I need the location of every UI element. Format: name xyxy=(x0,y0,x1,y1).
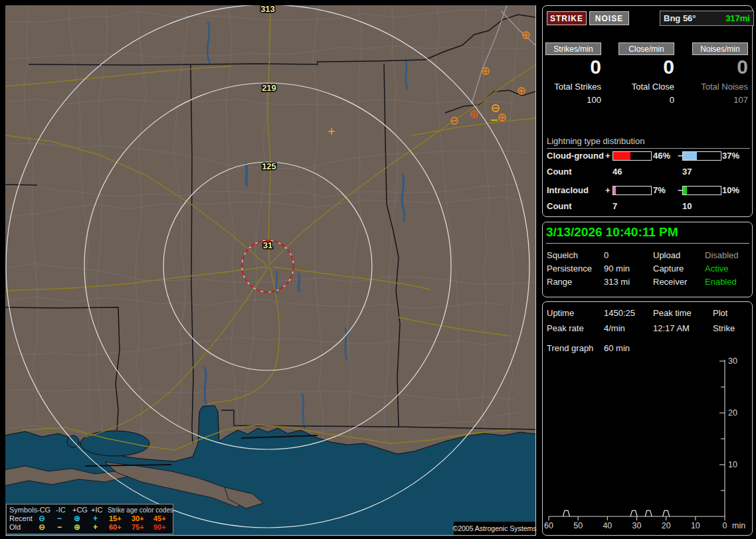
svg-text:10: 10 xyxy=(728,460,737,469)
minus-old-icon: − xyxy=(57,522,62,532)
squelch-value: 0 xyxy=(604,250,609,260)
legend-symbols-header: Symbols xyxy=(9,506,37,514)
legend-col-neg-ic: -IC xyxy=(56,506,66,514)
bearing-readout: Bng 56° 317mi xyxy=(660,11,754,26)
cloud-ground-count-row: Count 46 37 xyxy=(543,167,752,177)
cg-positive-count: 46 xyxy=(613,167,622,177)
intracloud-row: Intracloud + 7% − 10% xyxy=(543,185,752,196)
map-canvas[interactable]: 313 219 125 31 xyxy=(5,5,535,535)
svg-text:min: min xyxy=(732,521,745,530)
svg-text:30: 30 xyxy=(728,356,737,366)
ic-positive-bar-fill xyxy=(613,187,616,194)
receiver-value: Enabled xyxy=(705,277,737,287)
cg-negative-bar-fill xyxy=(683,152,697,160)
noises-per-min-value: 0 xyxy=(692,56,748,78)
ic-positive-count: 7 xyxy=(613,201,617,211)
bearing-label: Bng 56° xyxy=(664,13,696,23)
strike-mode-button[interactable]: STRIKE xyxy=(547,11,587,25)
cloud-ground-row: Cloud-ground + 46% − 37% xyxy=(543,151,752,161)
app-window: 313 219 125 31 Symbols -CG -IC +CG +IC S… xyxy=(0,0,756,539)
ring-label-313: 313 xyxy=(260,5,275,14)
legend-row-old-label: Old xyxy=(9,523,21,531)
peak-rate-label: Peak rate xyxy=(547,323,584,333)
circle-minus-old-icon: ⊖ xyxy=(39,522,45,532)
close-per-min-value: 0 xyxy=(618,56,674,78)
svg-text:60: 60 xyxy=(544,521,553,530)
counter-noises: Noises/min 0 Total Noises 107 xyxy=(692,42,748,105)
map-legend: Symbols -CG -IC +CG +IC Strike age color… xyxy=(6,504,173,534)
age-90: 90+ xyxy=(153,523,166,531)
legend-col-pos-cg: +CG xyxy=(72,506,88,514)
ic-negative-bar-fill xyxy=(683,187,687,194)
counter-strikes: Strikes/min 0 Total Strikes 100 xyxy=(545,42,601,105)
squelch-label: Squelch xyxy=(547,250,578,260)
trend-chart: 1020306050403020100min xyxy=(544,356,750,534)
count-label: Count xyxy=(547,167,572,177)
uptime-row: Uptime 1450:25 Peak time Plot xyxy=(543,308,752,319)
capture-label: Capture xyxy=(653,264,684,273)
svg-text:20: 20 xyxy=(662,521,671,530)
minus-recent-icon: − xyxy=(57,514,62,523)
distribution-header: Lightning type distribution xyxy=(547,136,750,149)
age-60: 60+ xyxy=(109,523,122,531)
total-noises-value: 107 xyxy=(692,95,748,105)
bearing-range: 317mi xyxy=(725,13,750,23)
total-strikes-label: Total Strikes xyxy=(545,82,601,92)
plot-mode-value: Strike xyxy=(713,323,735,333)
total-close-value: 0 xyxy=(618,95,674,105)
trend-panel: Uptime 1450:25 Peak time Plot Peak rate … xyxy=(542,301,753,536)
noise-mode-button[interactable]: NOISE xyxy=(589,11,629,25)
circle-minus-recent-icon: ⊖ xyxy=(39,514,45,523)
counter-close: Close/min 0 Total Close 0 xyxy=(618,42,674,105)
peak-time-label: Peak time xyxy=(653,308,692,318)
trend-graph-row: Trend graph 60 min xyxy=(543,343,752,354)
lightning-map[interactable]: 313 219 125 31 Symbols -CG -IC +CG +IC S… xyxy=(5,5,536,536)
persistence-label: Persistence xyxy=(547,264,592,273)
status-row-range: Range 313 mi Receiver Enabled xyxy=(543,277,752,287)
svg-text:0: 0 xyxy=(723,521,727,530)
strike-stats-panel: STRIKE NOISE Bng 56° 317mi Strikes/min 0… xyxy=(542,5,753,217)
total-strikes-value: 100 xyxy=(545,95,601,105)
ic-negative-pct: 10% xyxy=(722,185,739,195)
legend-col-neg-cg: -CG xyxy=(37,506,50,514)
cg-negative-pct: 37% xyxy=(722,151,739,161)
receiver-label: Receiver xyxy=(653,277,687,287)
age-45: 45+ xyxy=(153,514,166,522)
plus-sign: + xyxy=(605,185,611,195)
intracloud-label: Intracloud xyxy=(547,185,589,195)
svg-text:10: 10 xyxy=(691,521,700,530)
copyright-text: ©2005 Astrogenic Systems xyxy=(454,522,535,535)
noises-per-min-label: Noises/min xyxy=(692,42,748,55)
intracloud-count-row: Count 7 10 xyxy=(543,201,752,212)
svg-text:40: 40 xyxy=(603,521,612,530)
status-panel: 3/13/2026 10:40:11 PM Squelch 0 Upload D… xyxy=(542,222,753,297)
ic-negative-bar xyxy=(682,186,721,195)
cg-positive-bar-fill xyxy=(613,152,630,160)
cg-positive-pct: 46% xyxy=(653,151,670,161)
cloud-ground-label: Cloud-ground xyxy=(547,151,604,161)
cg-positive-bar xyxy=(613,151,652,161)
close-per-min-label: Close/min xyxy=(618,42,674,55)
circle-plus-recent-icon: ⊕ xyxy=(74,514,80,523)
cg-negative-count: 37 xyxy=(682,167,692,177)
total-noises-label: Total Noises xyxy=(692,82,748,92)
plus-old-icon: + xyxy=(93,522,98,532)
peak-rate-value: 4/min xyxy=(604,323,625,333)
age-30: 30+ xyxy=(132,514,144,522)
status-row-persistence: Persistence 90 min Capture Active xyxy=(543,264,752,274)
ring-label-125: 125 xyxy=(262,161,276,171)
plus-recent-icon: + xyxy=(93,514,98,523)
peak-rate-row: Peak rate 4/min 12:17 AM Strike xyxy=(543,323,752,334)
svg-text:20: 20 xyxy=(728,408,737,418)
circle-plus-old-icon: ⊕ xyxy=(74,522,80,532)
trend-axes: 1020306050403020100min xyxy=(544,356,745,530)
uptime-label: Uptime xyxy=(547,308,574,318)
datetime-display: 3/13/2026 10:40:11 PM xyxy=(546,225,749,244)
range-label: Range xyxy=(547,277,572,287)
strikes-per-min-value: 0 xyxy=(545,56,601,78)
trend-graph-label: Trend graph xyxy=(547,343,593,353)
peak-time-value: 12:17 AM xyxy=(653,323,690,333)
ic-positive-bar xyxy=(613,186,652,195)
age-15: 15+ xyxy=(109,514,122,522)
legend-ages-header: Strike age color codes xyxy=(108,506,173,514)
